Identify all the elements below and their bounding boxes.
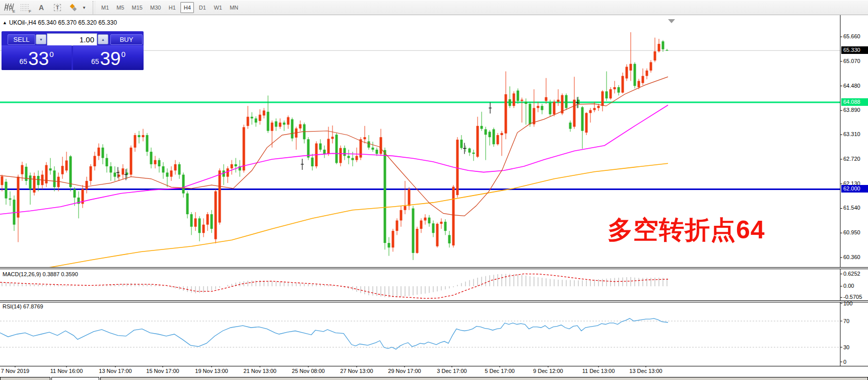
- axis-tick-label: 63.310: [843, 131, 867, 137]
- level-lines-layer: [0, 50, 840, 189]
- candle: [186, 194, 189, 214]
- candle: [9, 199, 12, 200]
- sell-button[interactable]: SELL: [8, 34, 35, 45]
- candle: [646, 71, 648, 76]
- buy-button[interactable]: BUY: [110, 34, 143, 45]
- candle: [597, 106, 600, 108]
- candle: [130, 148, 132, 175]
- axis-tick-label: 60.950: [843, 229, 867, 235]
- candle: [287, 117, 290, 124]
- candle: [456, 140, 459, 195]
- candle: [638, 81, 640, 87]
- axis-tick-label: 0: [843, 359, 867, 365]
- candle: [602, 91, 604, 106]
- candle: [98, 148, 100, 156]
- volume-decrease-button[interactable]: ▼: [36, 34, 46, 44]
- buy-quote-button[interactable]: 65390: [73, 45, 144, 70]
- candle: [275, 121, 278, 127]
- candle: [90, 166, 92, 181]
- bottom-tab[interactable]: [100, 377, 868, 380]
- candle: [654, 51, 656, 60]
- candle: [138, 135, 141, 137]
- candle: [650, 62, 652, 71]
- candle: [469, 148, 471, 152]
- candle: [400, 210, 403, 221]
- candle: [493, 129, 495, 144]
- candle: [436, 224, 439, 246]
- candle: [251, 117, 253, 118]
- candle: [473, 153, 475, 154]
- candle: [307, 139, 310, 157]
- macd-rsi-separator[interactable]: [0, 300, 868, 302]
- time-axis-label: 29 Nov 17:00: [388, 368, 421, 374]
- candle: [344, 148, 346, 156]
- macd-signal-line: [0, 274, 668, 298]
- main-macd-separator[interactable]: [0, 267, 868, 269]
- volume-increase-button[interactable]: ▲: [98, 34, 108, 44]
- candle: [29, 175, 32, 189]
- candle: [162, 166, 165, 172]
- time-axis-label: 15 Nov 17:00: [146, 368, 179, 374]
- axis-tick-label: 61.540: [843, 205, 867, 211]
- candle: [1, 176, 4, 185]
- candle: [606, 91, 608, 98]
- collapse-triangle-icon[interactable]: ▲: [3, 20, 7, 25]
- candle: [158, 160, 161, 166]
- ma-mid-line: [0, 105, 668, 215]
- candle: [198, 218, 201, 233]
- candle: [356, 156, 358, 160]
- candle: [444, 222, 447, 231]
- candle: [336, 135, 338, 163]
- candle: [545, 97, 548, 101]
- rsi-line: [0, 319, 668, 349]
- candle: [340, 148, 342, 163]
- time-axis-label: 21 Nov 13:00: [243, 368, 276, 374]
- candle: [331, 137, 334, 139]
- candle: [170, 170, 173, 176]
- candle: [642, 76, 644, 83]
- candle: [537, 106, 540, 108]
- candle: [388, 243, 390, 247]
- candle: [235, 164, 237, 166]
- bottom-tab-strip: [0, 376, 868, 380]
- one-click-trade-panel: SELL ▼ 1.00 ▲ BUY 65330 65390: [2, 31, 144, 70]
- sell-quote-button[interactable]: 65330: [2, 45, 72, 70]
- axis-tick-label: 64.480: [843, 83, 867, 89]
- candle: [497, 135, 499, 144]
- candle: [122, 168, 124, 174]
- candle: [364, 137, 366, 139]
- green-level-badge: 64.088: [841, 98, 868, 106]
- candle: [622, 76, 624, 93]
- candle: [319, 144, 322, 150]
- candle: [259, 115, 261, 121]
- axis-tick-label: 62.720: [843, 156, 867, 162]
- candle: [219, 170, 221, 222]
- volume-input[interactable]: 1.00: [47, 33, 97, 46]
- current-price-badge: 65.330: [841, 46, 868, 54]
- candle: [485, 129, 487, 135]
- candle: [573, 100, 576, 127]
- candle: [392, 231, 394, 247]
- candle: [420, 220, 423, 229]
- candle: [368, 141, 370, 147]
- candle: [666, 50, 669, 50]
- time-axis-label: 25 Nov 08:00: [292, 368, 324, 374]
- bottom-tab[interactable]: [0, 377, 50, 380]
- rsi-label: RSI(14) 67.8769: [3, 303, 43, 309]
- candle: [142, 135, 145, 137]
- axis-tick-label: 65.660: [843, 33, 867, 39]
- bottom-tab[interactable]: [51, 377, 99, 380]
- candle: [569, 122, 572, 129]
- candle: [106, 158, 108, 166]
- candle: [412, 208, 415, 252]
- time-axis-label: 11 Dec 13:00: [582, 368, 615, 374]
- indicator-layer: [0, 274, 840, 349]
- candle: [146, 135, 149, 152]
- candle: [203, 225, 205, 233]
- candle: [61, 166, 64, 174]
- candle: [348, 156, 350, 158]
- candle: [37, 176, 40, 185]
- candle: [311, 158, 314, 166]
- chart-title: ▲UKOil-,H4 65.340 65.370 65.320 65.330: [3, 19, 117, 26]
- candle: [565, 95, 568, 108]
